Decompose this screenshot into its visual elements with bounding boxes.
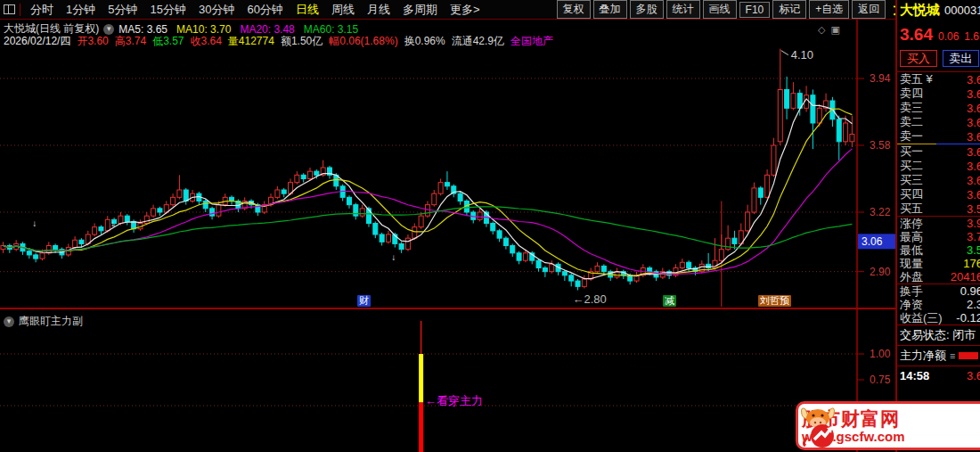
timeline-tag[interactable]: 刘哲预	[758, 295, 791, 307]
timeline-tag[interactable]: 财	[357, 295, 371, 307]
quote-field: 量412774	[228, 34, 274, 49]
order-book-row-value: 3.6	[967, 102, 980, 115]
quote-field: 额1.50亿	[281, 34, 323, 49]
collapse-chevron-icon[interactable]: ▾	[4, 316, 14, 327]
period-tab-2[interactable]: 5分钟	[102, 2, 143, 18]
quote-stat-row-value: 176	[963, 257, 980, 270]
period-tab-7[interactable]: 周线	[325, 2, 361, 18]
order-book-row-value: 3.6	[967, 130, 980, 144]
svg-text:3.06: 3.06	[862, 235, 883, 248]
quote-stat-row-value: 3.5	[967, 243, 980, 257]
order-book-row[interactable]: 卖二3.6	[897, 115, 980, 129]
order-book-row-value: 3.6	[967, 73, 980, 86]
order-book-row-value: 3.5	[967, 202, 980, 216]
quote-panel: 大悦城 000031 3.64 0.06 1.6 买入 卖出 卖五 ¥3.6卖四…	[895, 0, 980, 452]
order-book-row[interactable]: 买五3.5	[897, 201, 980, 216]
quote-stat-row-value: 3.9	[967, 217, 980, 230]
order-book-row[interactable]: 卖三3.6	[897, 101, 980, 115]
period-tab-9[interactable]: 多周期	[396, 2, 444, 18]
toolbar-button-4[interactable]: 画线	[703, 0, 737, 19]
flow-label: 主力净额	[900, 348, 946, 364]
order-book-row-value: 3.6	[967, 145, 980, 159]
toolbar-button-group: 复权叠加多股统计画线F10标记+自选返回	[557, 0, 889, 19]
order-book-row-label: 买五	[900, 201, 923, 217]
quote-stat-row-value: 3.7	[967, 230, 980, 243]
svg-text:3.58: 3.58	[870, 139, 891, 152]
quote-ratio-row-value: 0.96	[960, 284, 980, 298]
quote-field: 全国地产	[510, 34, 553, 49]
period-tab-8[interactable]: 月线	[361, 2, 396, 18]
quote-field: 收3.64	[190, 34, 221, 49]
period-tab-6[interactable]: 日线	[290, 2, 325, 18]
quote-stats: 涨停3.9最高3.7最低3.5现量176外盘20416	[897, 217, 980, 284]
toolbar-button-8[interactable]: 返回	[852, 0, 886, 19]
order-book-row-value: 3.6	[967, 116, 980, 129]
quote-field: 高3.74	[115, 34, 146, 49]
buy-button[interactable]: 买入	[900, 50, 937, 67]
sub-indicator-label[interactable]: ▾ 鹰眼盯主力副	[4, 314, 83, 329]
quote-stat-row-value: 20416	[951, 270, 980, 284]
toolbar-button-3[interactable]: 统计	[666, 0, 700, 19]
svg-text:↓: ↓	[110, 218, 115, 228]
quote-field: 流通42.9亿	[452, 34, 504, 49]
quote-field: 开3.60	[77, 34, 108, 49]
order-book-row[interactable]: 买一3.6	[897, 144, 980, 159]
period-tab-group: 分时1分钟5分钟15分钟30分钟60分钟日线周线月线多周期更多>	[24, 2, 486, 18]
quote-ratio-row[interactable]: 收益(三)-0.12	[897, 311, 980, 325]
toolbar-button-2[interactable]: 多股	[630, 0, 664, 19]
list-icon[interactable]: ≡	[950, 350, 955, 361]
svg-text:2.90: 2.90	[870, 266, 891, 278]
quote-field: 低3.57	[152, 34, 184, 49]
order-book-row[interactable]: 买四3.6	[897, 187, 980, 201]
main-net-flow-row[interactable]: 主力净额 ≡	[897, 346, 980, 366]
main-candlestick-chart[interactable]: 3.943.583.222.904.10←2.80↓↓↓3.06	[0, 20, 895, 308]
sub-indicator-chart[interactable]: 1.000.75	[0, 309, 895, 452]
period-tab-4[interactable]: 30分钟	[192, 2, 241, 18]
price-change: 0.06	[938, 30, 959, 43]
quote-field: 换0.96%	[404, 34, 445, 49]
svg-text:3.94: 3.94	[870, 72, 891, 85]
collapse-chevron-icon[interactable]: ▾	[103, 24, 114, 35]
toolbar-button-0[interactable]: 复权	[557, 0, 591, 19]
stock-name: 大悦城	[900, 2, 940, 19]
toolbar-button-5[interactable]: F10	[739, 2, 771, 18]
trade-buttons: 买入 卖出	[897, 46, 980, 71]
toolbar-button-1[interactable]: 叠加	[593, 0, 627, 19]
stock-code: 000031	[944, 4, 980, 17]
period-tab-3[interactable]: 15分钟	[143, 2, 192, 18]
svg-text:↓: ↓	[391, 252, 396, 262]
quote-field: 幅0.06(1.68%)	[329, 34, 397, 49]
sell-button[interactable]: 卖出	[943, 50, 980, 67]
quote-panel-stock: 大悦城 000031	[897, 0, 980, 19]
timeline-tag[interactable]: 减	[663, 295, 676, 307]
order-book-row[interactable]: 卖四3.6	[897, 86, 980, 101]
quote-time: 14:58	[900, 369, 929, 382]
quote-ratios: 换手0.96净资2.3收益(三)-0.12	[897, 284, 980, 325]
period-tab-10[interactable]: 更多>	[444, 2, 486, 18]
toolbar-button-7[interactable]: +自选	[809, 0, 849, 19]
flow-bar	[959, 352, 978, 359]
order-book-row[interactable]: 买二3.6	[897, 159, 980, 173]
period-tab-0[interactable]: 分时	[24, 2, 60, 18]
svg-text:↓: ↓	[32, 218, 37, 228]
svg-text:0.75: 0.75	[870, 374, 891, 386]
trade-status: 交易状态: 闭市	[897, 325, 980, 345]
toolbar-divider	[20, 4, 20, 16]
window-split-icon[interactable]	[4, 4, 15, 14]
toolbar-button-6[interactable]: 标记	[772, 0, 806, 19]
period-tab-1[interactable]: 1分钟	[60, 2, 102, 18]
order-book-row[interactable]: 买三3.6	[897, 173, 980, 187]
period-tab-5[interactable]: 60分钟	[241, 2, 289, 18]
order-book-row[interactable]: 卖一3.6	[897, 129, 980, 144]
svg-text:←2.80: ←2.80	[573, 292, 607, 306]
sub-indicator-name: 鹰眼盯主力副	[19, 314, 83, 329]
quote-stat-row[interactable]: 外盘20416	[897, 270, 980, 284]
last-price: 3.64	[900, 25, 933, 45]
order-book-row-label: 卖一	[900, 128, 923, 144]
chart-corner-icons[interactable]: ◇▣	[818, 24, 845, 36]
quote-info-line: 2026/02/12/四开3.60高3.74低3.57收3.64量412774额…	[4, 34, 559, 49]
trading-app-window: 分时1分钟5分钟15分钟30分钟60分钟日线周线月线多周期更多> 复权叠加多股统…	[0, 0, 980, 452]
order-book-row[interactable]: 卖五 ¥3.6	[897, 72, 980, 86]
bull-icon	[798, 404, 845, 448]
order-book: 卖五 ¥3.6卖四3.6卖三3.6卖二3.6卖一3.6买一3.6买二3.6买三3…	[897, 72, 980, 216]
